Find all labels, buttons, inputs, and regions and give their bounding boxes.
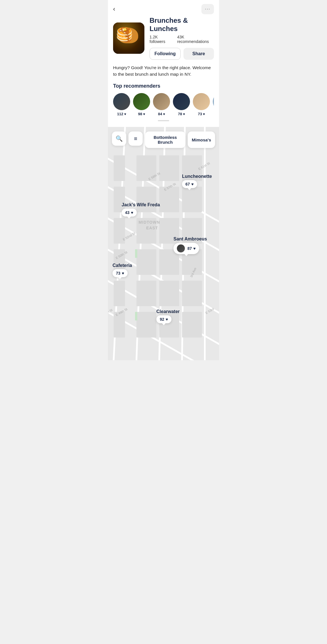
svg-rect-18 bbox=[159, 187, 179, 212]
recommender-count: 84 ♥ bbox=[158, 112, 165, 116]
recommender-count: 73 ♥ bbox=[198, 112, 205, 116]
svg-rect-35 bbox=[182, 312, 202, 338]
svg-text:MIDTOWN: MIDTOWN bbox=[138, 220, 160, 225]
avatar bbox=[213, 93, 214, 110]
profile-bio: Hungry? Good! You're in the right place.… bbox=[113, 64, 214, 78]
recommender-item[interactable]: 67 ♥ bbox=[213, 93, 214, 116]
svg-rect-33 bbox=[136, 312, 156, 338]
place-name: Cafeteria bbox=[113, 263, 132, 268]
heart-icon: ♥ bbox=[183, 112, 185, 116]
more-options-button[interactable]: ··· bbox=[201, 4, 214, 14]
recommender-item[interactable]: 84 ♥ bbox=[153, 93, 170, 116]
svg-rect-36 bbox=[135, 249, 137, 258]
avatar bbox=[133, 93, 150, 110]
divider-bar bbox=[158, 120, 169, 121]
heart-icon: ♥ bbox=[191, 182, 194, 186]
mimosas-filter[interactable]: Mimosa's bbox=[188, 131, 215, 148]
profile-header: Brunches & Lunches 1.2K followers 43K re… bbox=[113, 17, 214, 60]
heart-icon: ♥ bbox=[124, 112, 126, 116]
cafeteria-place[interactable]: Cafeteria 73 ♥ bbox=[113, 263, 132, 269]
bottomless-brunch-filter[interactable]: Bottomless Brunch bbox=[145, 131, 185, 148]
recommender-item[interactable]: 78 ♥ bbox=[173, 93, 190, 116]
following-button[interactable]: Following bbox=[150, 48, 181, 60]
map-pin-luncheonette[interactable]: 67 ♥ bbox=[182, 180, 197, 188]
map-pin-sant[interactable]: 87 ♥ bbox=[173, 243, 199, 254]
sant-ambroeus-place[interactable]: Sant Ambroeus 87 ♥ bbox=[173, 236, 207, 243]
heart-icon: ♥ bbox=[163, 112, 165, 116]
avatar bbox=[173, 93, 190, 110]
recommender-item[interactable]: 98 ♥ bbox=[133, 93, 150, 116]
profile-section: Brunches & Lunches 1.2K followers 43K re… bbox=[108, 17, 219, 127]
avatar bbox=[193, 93, 210, 110]
heart-icon: ♥ bbox=[122, 271, 124, 275]
avatar bbox=[113, 93, 130, 110]
profile-stats: 1.2K followers 43K recommendations bbox=[150, 35, 214, 44]
svg-rect-19 bbox=[182, 187, 202, 212]
followers-stat: 1.2K followers bbox=[150, 35, 173, 44]
map-filters: 🔍 ≡ Bottomless Brunch Mimosa's bbox=[112, 131, 215, 148]
place-name: Luncheonette bbox=[182, 174, 212, 179]
heart-icon: ♥ bbox=[193, 246, 196, 251]
search-filter-button[interactable]: 🔍 bbox=[112, 131, 126, 146]
map-section: E 58th St E 57th St E 61st St E 52nd St … bbox=[108, 127, 219, 360]
heart-icon: ♥ bbox=[131, 210, 133, 215]
profile-info: Brunches & Lunches 1.2K followers 43K re… bbox=[150, 17, 214, 60]
place-name: Clearwater bbox=[156, 309, 180, 314]
back-button[interactable]: ‹ bbox=[113, 5, 115, 13]
recommender-count: 78 ♥ bbox=[178, 112, 185, 116]
filter-options-button[interactable]: ≡ bbox=[128, 131, 143, 146]
profile-name: Brunches & Lunches bbox=[150, 17, 214, 33]
food-image bbox=[113, 22, 144, 54]
jacks-wife-freda-place[interactable]: Jack's Wife Freda 43 ♥ bbox=[122, 202, 160, 209]
svg-rect-12 bbox=[114, 155, 125, 181]
place-name: Jack's Wife Freda bbox=[122, 202, 160, 207]
svg-rect-29 bbox=[136, 281, 156, 306]
recommender-item[interactable]: 112 ♥ bbox=[113, 93, 130, 116]
top-navigation: ‹ ··· bbox=[108, 0, 219, 17]
recommender-item[interactable]: 73 ♥ bbox=[193, 93, 210, 116]
share-button[interactable]: Share bbox=[183, 48, 214, 60]
heart-icon: ♥ bbox=[143, 112, 145, 116]
pin-avatar bbox=[177, 244, 185, 252]
svg-rect-31 bbox=[182, 281, 202, 306]
recommendations-stat: 43K recommendations bbox=[177, 35, 214, 44]
map-pin-clearwater[interactable]: 92 ♥ bbox=[156, 315, 171, 323]
profile-actions: Following Share bbox=[150, 48, 214, 60]
heart-icon: ♥ bbox=[166, 317, 168, 322]
heart-icon: ♥ bbox=[203, 112, 205, 116]
svg-rect-32 bbox=[114, 312, 125, 338]
avatar bbox=[153, 93, 170, 110]
recommender-count: 112 ♥ bbox=[117, 112, 126, 116]
svg-rect-30 bbox=[159, 281, 179, 306]
clearwater-place[interactable]: Clearwater 92 ♥ bbox=[156, 309, 180, 315]
svg-rect-37 bbox=[135, 312, 137, 320]
top-recommenders-title: Top recommenders bbox=[113, 83, 214, 89]
search-icon: 🔍 bbox=[116, 135, 123, 142]
map-background: E 58th St E 57th St E 61st St E 52nd St … bbox=[108, 127, 219, 360]
profile-avatar bbox=[113, 22, 144, 54]
svg-rect-14 bbox=[159, 155, 179, 181]
luncheonette-place[interactable]: Luncheonette 67 ♥ bbox=[182, 174, 212, 180]
svg-text:EAST: EAST bbox=[146, 226, 158, 230]
recommenders-row: 112 ♥ 98 ♥ 84 ♥ 78 ♥ bbox=[113, 93, 214, 116]
recommender-count: 98 ♥ bbox=[138, 112, 145, 116]
map-pin-cafeteria[interactable]: 73 ♥ bbox=[113, 269, 128, 277]
svg-rect-25 bbox=[136, 249, 156, 275]
filter-icon: ≡ bbox=[134, 135, 137, 142]
place-name: Sant Ambroeus bbox=[173, 236, 207, 242]
map-pin-jacks[interactable]: 43 ♥ bbox=[122, 209, 137, 217]
svg-rect-28 bbox=[114, 281, 125, 306]
